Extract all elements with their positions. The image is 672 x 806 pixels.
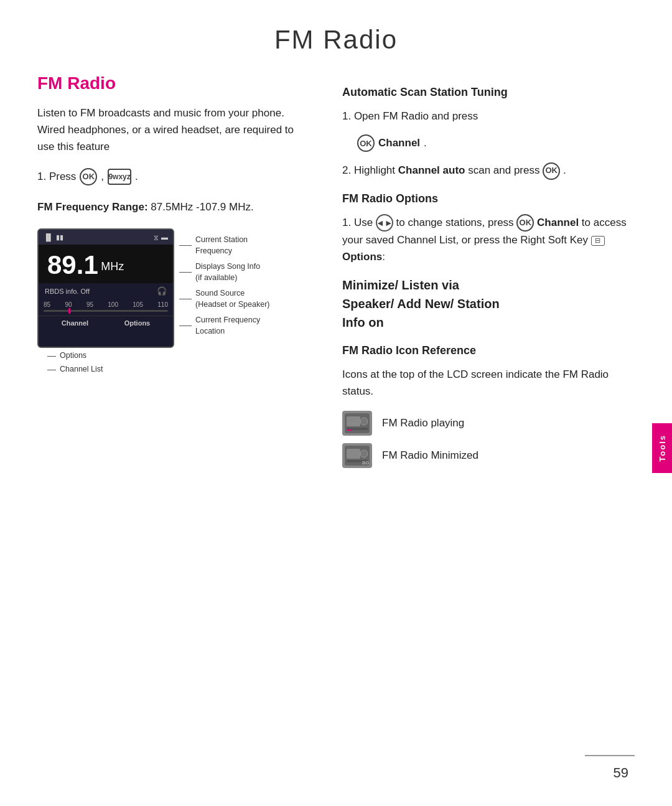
freq-scale: 85 90 95 100 105 110 [39, 299, 173, 316]
intro-text: Listen to FM broadcasts and music from y… [37, 105, 311, 156]
comma-sep: , [101, 171, 104, 183]
screen-annotations-wrapper: ▐▌ ▮▮ ⧖ ▬ 89.1 MHz RBDS info. Off � [37, 228, 311, 348]
nav-icon: ◄► [376, 214, 393, 232]
scale-numbers: 85 90 95 100 105 110 [44, 301, 168, 308]
bottom-annotations: Options Channel List [47, 350, 311, 375]
ann-options: Options [47, 350, 311, 362]
ann-displays-song: Displays Song Info(if available) [179, 261, 270, 283]
opt1-channel-bold: Channel [537, 217, 579, 228]
icon-row-playing: FM Radio playing [342, 411, 635, 436]
svg-rect-6 [347, 449, 360, 459]
ann-dash-1 [179, 245, 192, 246]
opt1-text: 1. Use ◄► to change stations, press OK C… [342, 214, 635, 266]
icon-ref-desc: Icons at the top of the LCD screen indic… [342, 366, 635, 400]
channel-list-label: Channel List [60, 364, 103, 375]
press-line: 1. Press OK , 9wxyz . [37, 168, 311, 185]
displays-song-label: Displays Song Info(if available) [195, 261, 260, 283]
ann-sound-source: Sound Source(Headset or Speaker) [179, 288, 270, 310]
phone-screen: ▐▌ ▮▮ ⧖ ▬ 89.1 MHz RBDS info. Off � [37, 228, 174, 348]
options-label: Options [60, 350, 86, 362]
svg-point-7 [360, 450, 368, 457]
bot-dash-channel [47, 370, 56, 370]
scale-indicator [68, 308, 70, 314]
freq-range-value: 87.5MHz -107.9 MHz. [151, 201, 253, 213]
headphone-icon: 🎧 [157, 286, 167, 296]
press-label: 1. Press [37, 171, 76, 183]
right-column: Automatic Scan Station Tuning 1. Open FM… [336, 73, 635, 476]
freq-range: FM Frequency Range: 87.5MHz -107.9 MHz. [37, 199, 311, 215]
phone-status-bar: ▐▌ ▮▮ ⧖ ▬ [39, 230, 173, 245]
step2-bold: Channel auto [398, 164, 465, 176]
battery-icon: ▬ [161, 233, 168, 241]
fm-minimized-svg: BGM [345, 446, 370, 466]
current-station-label: Current StationFrequency [195, 235, 248, 256]
opt1: 1. Use ◄► to change stations, press OK C… [342, 214, 635, 266]
scale-100: 100 [108, 301, 118, 308]
fm-playing-icon [342, 411, 372, 436]
key9-icon: 9wxyz [108, 169, 131, 185]
current-freq-label: Current FrequencyLocation [195, 315, 260, 337]
options-btn[interactable]: Options [124, 319, 151, 327]
opt1-options-bold: Options [342, 251, 382, 263]
ann-dash-4 [179, 326, 192, 326]
fm-minimized-label: FM Radio Minimized [382, 449, 478, 462]
step2: 2. Highlight Channel auto scan and press… [342, 162, 635, 180]
fm-minimized-icon: BGM [342, 443, 372, 468]
scale-110: 110 [157, 301, 168, 308]
icon-row-minimized: BGM FM Radio Minimized [342, 443, 635, 468]
status-icons-right: ⧖ ▬ [154, 233, 168, 241]
alarm-icon: ⧖ [154, 233, 159, 241]
icons-section: FM Radio playing BGM FM Radio Minimized [342, 411, 635, 468]
freq-display: 89.1 MHz [39, 245, 173, 283]
freq-unit: MHz [101, 260, 124, 273]
page-header: FM Radio [0, 0, 672, 73]
scale-bar [44, 310, 168, 312]
sound-source-label: Sound Source(Headset or Speaker) [195, 288, 270, 310]
signal-icon: ▐▌ [44, 233, 54, 241]
step1-channel-bold: Channel [378, 137, 420, 149]
scale-85: 85 [44, 301, 50, 308]
ann-current-freq: Current FrequencyLocation [179, 315, 270, 337]
options-title: FM Radio Options [342, 192, 635, 205]
icon-ref-title: FM Radio Icon Reference [342, 344, 635, 357]
soft-key-icon: ⊟ [591, 236, 605, 246]
scale-90: 90 [65, 301, 72, 308]
tools-sidebar: Tools [652, 423, 672, 473]
bot-dash-options [47, 356, 56, 357]
svg-text:BGM: BGM [362, 460, 370, 466]
scale-105: 105 [133, 301, 143, 308]
ok-icon: OK [80, 168, 97, 185]
ann-dash-2 [179, 272, 192, 273]
step1-num: 1. Open FM Radio and press [342, 108, 478, 124]
fm-playing-svg [345, 413, 370, 433]
left-column: FM Radio Listen to FM broadcasts and mus… [37, 73, 311, 476]
divider-line [585, 755, 635, 756]
left-section-title: FM Radio [37, 73, 311, 93]
ann-dash-3 [179, 299, 192, 299]
step1: 1. Open FM Radio and press [342, 108, 635, 124]
page-number: 59 [614, 765, 628, 781]
phone-bottom-bar: Channel Options [39, 316, 173, 330]
tools-label: Tools [658, 434, 667, 462]
svg-rect-1 [347, 416, 360, 426]
freq-range-label: FM Frequency Range: [37, 201, 148, 213]
ann-channel-list: Channel List [47, 364, 311, 375]
step1-ok-line: OK Channel. [342, 134, 635, 152]
scale-95: 95 [86, 301, 93, 308]
auto-scan-title: Automatic Scan Station Tuning [342, 86, 635, 99]
opt1-ok-icon: OK [516, 214, 534, 232]
battery-full-icon: ▮▮ [56, 233, 63, 241]
minimize-section: Minimize/ Listen via Speaker/ Add New/ S… [342, 276, 635, 332]
step2-ok-icon: OK [543, 162, 560, 180]
svg-point-2 [360, 418, 368, 425]
step1-ok-icon: OK [357, 134, 375, 152]
fm-playing-label: FM Radio playing [382, 417, 464, 429]
status-icons-left: ▐▌ ▮▮ [44, 233, 63, 241]
ann-current-station: Current StationFrequency [179, 235, 270, 256]
rbds-bar: RBDS info. Off 🎧 [39, 283, 173, 299]
step2-num: 2. Highlight Channel auto scan and press… [342, 162, 566, 180]
freq-number: 89.1 [47, 250, 98, 279]
rbds-text: RBDS info. Off [45, 288, 90, 295]
annotation-lines: Current StationFrequency Displays Song I… [179, 228, 270, 348]
channel-btn[interactable]: Channel [62, 319, 88, 327]
